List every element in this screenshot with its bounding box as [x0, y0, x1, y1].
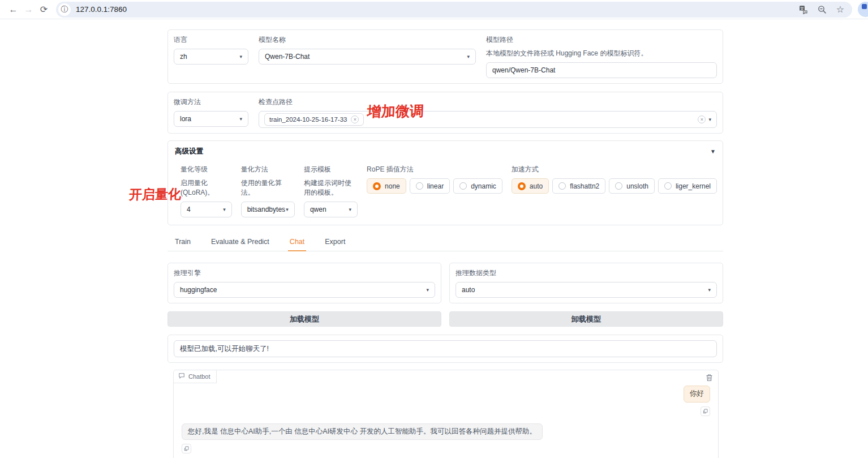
- finetune-row: 微调方法 lora ▾ 检查点路径 train_2024-10-25-16-17…: [167, 92, 723, 134]
- radio-dot-icon: [373, 182, 381, 190]
- chevron-down-icon: ▾: [708, 117, 711, 122]
- radio-dot-icon: [664, 182, 672, 190]
- radio-dot-icon: [558, 182, 566, 190]
- browser-toolbar: ← → ⟳ ⓘ 127.0.0.1:7860 文A ☆: [0, 0, 868, 19]
- copy-icon[interactable]: [182, 444, 191, 453]
- rope-option-label: dynamic: [471, 182, 496, 190]
- inference-engine-label: 推理引擎: [174, 268, 435, 278]
- chevron-down-icon: ▾: [286, 207, 289, 212]
- tab-evaluate-predict[interactable]: Evaluate & Predict: [209, 233, 271, 251]
- quant-method-info: 使用的量化算法。: [241, 178, 295, 198]
- back-icon[interactable]: ←: [6, 5, 21, 14]
- template-dropdown[interactable]: qwen ▾: [304, 202, 358, 217]
- reload-icon[interactable]: ⟳: [36, 5, 51, 14]
- copy-icon[interactable]: [701, 406, 710, 416]
- svg-text:文: 文: [800, 6, 804, 10]
- unload-model-button[interactable]: 卸载模型: [449, 311, 723, 327]
- advanced-settings-accordion: 高级设置 ▼ 量化等级 启用量化(QLoRA)。 4 ▾ 量化方法 使用的量化算…: [167, 140, 723, 225]
- chat-message-bot: 您好,我是 信息中心AI助手,一个由 信息中心AI研发中心 开发的人工智能助手。…: [182, 423, 543, 440]
- booster-option-liger-kernel[interactable]: liger_kernel: [658, 178, 717, 194]
- template-value: qwen: [310, 206, 326, 213]
- chat-message-user: 你好: [684, 386, 710, 403]
- model-action-buttons: 加载模型 卸载模型: [167, 311, 723, 327]
- advanced-settings-title: 高级设置: [175, 147, 203, 156]
- checkpoint-chip[interactable]: train_2024-10-25-16-17-33 ×: [264, 113, 364, 126]
- quant-method-value: bitsandbytes: [247, 206, 285, 213]
- finetune-method-dropdown[interactable]: lora ▾: [174, 111, 248, 127]
- tab-export[interactable]: Export: [323, 233, 347, 251]
- chat-bubble-icon: [178, 373, 185, 380]
- lang-label: 语言: [174, 35, 248, 45]
- finetune-method-value: lora: [180, 115, 191, 123]
- url-text[interactable]: 127.0.0.1:7860: [76, 5, 127, 14]
- load-model-button[interactable]: 加载模型: [167, 311, 441, 327]
- accordion-caret-icon: ▼: [710, 148, 716, 155]
- zoom-out-icon[interactable]: [818, 5, 827, 14]
- checkpoint-path-label: 检查点路径: [259, 97, 717, 107]
- inference-dtype-value: auto: [462, 286, 475, 294]
- radio-dot-icon: [416, 182, 423, 190]
- annotation-add-finetune: 增加微调: [367, 102, 424, 121]
- chevron-down-icon: ▾: [223, 207, 226, 212]
- model-path-input[interactable]: qwen/Qwen-7B-Chat: [486, 62, 717, 78]
- clear-chat-trash-icon[interactable]: [706, 374, 713, 383]
- radio-dot-icon: [518, 182, 526, 190]
- rope-option-label: none: [385, 182, 400, 190]
- finetune-method-label: 微调方法: [174, 97, 248, 107]
- quant-bit-value: 4: [187, 206, 191, 213]
- rope-label: RoPE 插值方法: [367, 165, 502, 174]
- lang-value: zh: [180, 53, 187, 61]
- llamafactory-page: 语言 zh ▾ 模型名称 Qwen-7B-Chat ▾ 模型路径 本地模型的文件…: [0, 29, 868, 458]
- chatbot-panel: Chatbot 你好 您好,我是 信息中心AI助手,一个由 信息中心AI研发中心…: [173, 370, 719, 458]
- address-bar[interactable]: ⓘ 127.0.0.1:7860 文A ☆: [56, 2, 852, 18]
- rope-option-none[interactable]: none: [367, 178, 406, 194]
- checkpoint-dropdown[interactable]: train_2024-10-25-16-17-33 × × ▾: [259, 111, 717, 128]
- checkpoint-chip-label: train_2024-10-25-16-17-33: [269, 116, 347, 123]
- inference-dtype-label: 推理数据类型: [456, 268, 717, 278]
- quant-bit-info: 启用量化(QLoRA)。: [181, 178, 232, 198]
- status-panel: 模型已加载,可以开始聊天了!: [167, 335, 723, 363]
- inference-dtype-block: 推理数据类型 auto ▾: [449, 263, 723, 303]
- lang-dropdown[interactable]: zh ▾: [174, 49, 248, 65]
- forward-icon[interactable]: →: [21, 5, 36, 14]
- translate-icon[interactable]: 文A: [799, 5, 808, 14]
- clear-selection-icon[interactable]: ×: [698, 115, 706, 123]
- tab-train[interactable]: Train: [173, 233, 192, 251]
- quant-method-dropdown[interactable]: bitsandbytes ▾: [241, 202, 295, 217]
- model-status-textbox[interactable]: 模型已加载,可以开始聊天了!: [174, 340, 717, 357]
- inference-engine-dropdown[interactable]: huggingface ▾: [174, 282, 435, 298]
- radio-dot-icon: [615, 182, 622, 190]
- booster-option-auto[interactable]: auto: [512, 178, 549, 194]
- bookmark-star-icon[interactable]: ☆: [836, 4, 844, 15]
- advanced-settings-header[interactable]: 高级设置 ▼: [174, 145, 717, 157]
- model-path-label: 模型路径: [486, 35, 717, 45]
- chevron-down-icon: ▾: [426, 287, 429, 293]
- chevron-down-icon: ▾: [467, 54, 470, 59]
- quant-bit-label: 量化等级: [181, 165, 232, 174]
- inference-engine-block: 推理引擎 huggingface ▾: [167, 263, 441, 303]
- booster-option-label: liger_kernel: [676, 182, 711, 190]
- quant-method-label: 量化方法: [241, 165, 295, 174]
- chevron-down-icon: ▾: [349, 207, 352, 212]
- booster-option-unsloth[interactable]: unsloth: [609, 178, 655, 194]
- booster-option-label: flashattn2: [570, 182, 599, 190]
- model-config-row: 语言 zh ▾ 模型名称 Qwen-7B-Chat ▾ 模型路径 本地模型的文件…: [167, 29, 723, 84]
- chatbot-label: Chatbot: [174, 370, 217, 383]
- tab-chat[interactable]: Chat: [288, 233, 306, 251]
- quant-bit-dropdown[interactable]: 4 ▾: [181, 202, 232, 217]
- model-name-label: 模型名称: [259, 35, 476, 45]
- booster-option-label: auto: [530, 182, 543, 190]
- chevron-down-icon: ▾: [708, 287, 711, 293]
- chip-remove-icon[interactable]: ×: [351, 115, 359, 123]
- site-info-icon[interactable]: ⓘ: [58, 3, 71, 16]
- template-label: 提示模板: [304, 165, 358, 174]
- booster-option-label: unsloth: [626, 182, 648, 190]
- profile-avatar[interactable]: [858, 2, 868, 17]
- annotation-enable-quantization: 开启量化: [128, 186, 181, 204]
- booster-option-flashattn2[interactable]: flashattn2: [552, 178, 605, 194]
- rope-option-linear[interactable]: linear: [410, 178, 450, 194]
- model-name-dropdown[interactable]: Qwen-7B-Chat ▾: [259, 49, 476, 65]
- inference-config-row: 推理引擎 huggingface ▾ 推理数据类型 auto ▾: [167, 263, 723, 303]
- inference-dtype-dropdown[interactable]: auto ▾: [456, 282, 717, 298]
- rope-option-dynamic[interactable]: dynamic: [453, 178, 502, 194]
